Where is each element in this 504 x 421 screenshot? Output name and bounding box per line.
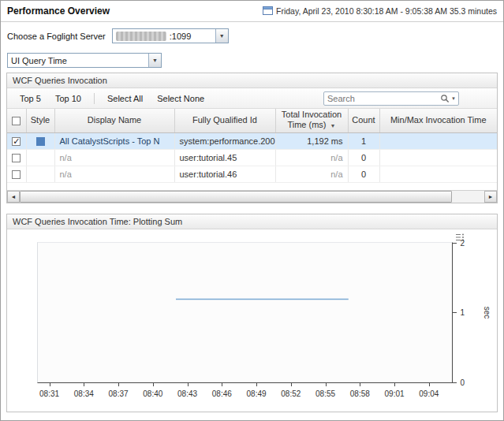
- count-cell: 1: [348, 132, 379, 149]
- time-range-selector[interactable]: Friday, April 23, 2010 8:30:18 AM - 9:05…: [263, 6, 497, 17]
- x-axis-tick: [84, 383, 84, 386]
- wcf-queries-invocation-panel: WCF Queries Invocation Top 5 Top 10 Sele…: [6, 73, 498, 203]
- style-cell: [26, 166, 54, 182]
- column-header-minmax[interactable]: Min/Max Invocation Time: [379, 109, 497, 132]
- x-axis-tick: [153, 383, 154, 386]
- scrollbar-track[interactable]: [20, 191, 484, 203]
- top10-button[interactable]: Top 10: [49, 91, 88, 106]
- x-axis-tick-label: 09:01: [385, 389, 405, 398]
- x-axis-tick-label: 08:37: [109, 389, 129, 398]
- panel-title: WCF Queries Invocation: [7, 73, 497, 88]
- x-axis-tick-label: 08:49: [247, 389, 267, 398]
- column-header-display-name[interactable]: Display Name: [54, 109, 174, 132]
- display-name-cell: n/a: [54, 166, 174, 182]
- y-axis-tick: [453, 243, 457, 244]
- server-select[interactable]: :1099 ▼: [112, 28, 229, 43]
- y-axis-unit-label: sec: [483, 306, 492, 319]
- fqid-cell: user:tutorial.46: [174, 166, 275, 182]
- minmax-cell: [379, 132, 497, 149]
- count-cell: 0: [348, 149, 379, 166]
- x-axis-tick-label: 08:52: [281, 389, 301, 398]
- display-name-cell: All CatalystScripts - Top N: [54, 132, 174, 149]
- x-axis-tick: [326, 383, 327, 386]
- total-invocation-cell: n/a: [275, 166, 348, 182]
- search-icon[interactable]: [440, 94, 450, 103]
- series-plot: [38, 243, 452, 382]
- fqid-cell: system:performance.200: [174, 132, 275, 149]
- column-header-count[interactable]: Count: [348, 109, 379, 132]
- dropdown-arrow-icon[interactable]: ▼: [215, 29, 228, 43]
- minmax-cell: [379, 149, 497, 166]
- server-select-value: :1099: [166, 32, 215, 41]
- x-axis-tick-label: 08:46: [212, 389, 232, 398]
- table-toolbar: Top 5 Top 10 Select All Select None ▼: [7, 88, 497, 109]
- search-input[interactable]: [324, 92, 440, 105]
- checkbox-cell: [7, 166, 26, 182]
- checkbox-cell: [7, 149, 26, 166]
- toolbar-separator: [94, 93, 95, 104]
- x-axis-tick: [429, 383, 430, 386]
- checkbox-cell: [7, 132, 26, 149]
- x-axis-tick-label: 09:04: [419, 389, 439, 398]
- table-row[interactable]: All CatalystScripts - Top N system:perfo…: [7, 132, 497, 149]
- scroll-right-button[interactable]: ►: [484, 191, 497, 203]
- row-checkbox[interactable]: [12, 170, 21, 179]
- x-axis-tick: [394, 383, 395, 386]
- total-invocation-cell: 1,192 ms: [275, 132, 348, 149]
- timerange-icon: [263, 6, 273, 17]
- style-cell: [26, 132, 54, 149]
- plotting-sum-panel: WCF Queries Invocation Time: Plotting Su…: [6, 214, 498, 412]
- display-name-cell: n/a: [54, 149, 174, 166]
- metric-select[interactable]: UI Query Time ▼: [7, 53, 162, 68]
- fqid-cell: user:tutorial.45: [174, 149, 275, 166]
- server-chooser-label: Choose a Foglight Server: [7, 32, 106, 41]
- table-empty-space: [7, 183, 497, 190]
- table-row[interactable]: n/a user:tutorial.46 n/a 0: [7, 166, 497, 182]
- metric-select-value: UI Query Time: [8, 56, 148, 65]
- row-checkbox[interactable]: [12, 137, 21, 146]
- scroll-left-button[interactable]: ◄: [7, 191, 20, 203]
- chart-panel-title: WCF Queries Invocation Time: Plotting Su…: [7, 214, 497, 229]
- scrollbar-thumb[interactable]: [20, 191, 452, 203]
- row-checkbox[interactable]: [12, 154, 21, 162]
- select-all-checkbox[interactable]: [12, 117, 21, 125]
- column-header-style[interactable]: Style: [26, 109, 54, 132]
- server-chooser-row: Choose a Foglight Server :1099 ▼: [7, 28, 497, 43]
- queries-table: Style Display Name Fully Qualified Id To…: [7, 109, 497, 183]
- x-axis-tick: [50, 383, 50, 386]
- time-range-label: Friday, April 23, 2010 8:30:18 AM - 9:05…: [276, 6, 497, 16]
- horizontal-scrollbar[interactable]: ◄ ►: [7, 190, 497, 203]
- redacted-server-name: [116, 32, 166, 41]
- series-color-swatch: [36, 170, 45, 179]
- column-header-fqid[interactable]: Fully Qualified Id: [174, 109, 275, 132]
- x-axis-tick-label: 08:43: [177, 389, 197, 398]
- performance-overview-page: Performance Overview Friday, April 23, 2…: [0, 0, 504, 421]
- x-axis-tick: [118, 383, 119, 386]
- metric-row: UI Query Time ▼: [7, 53, 497, 68]
- select-all-header-cell: [7, 109, 26, 132]
- x-axis-tick: [188, 383, 189, 386]
- column-header-total-invocation-time[interactable]: Total Invocation Time (ms) ▼: [275, 109, 348, 132]
- search-options-arrow-icon[interactable]: ▼: [451, 96, 456, 101]
- style-cell: [26, 149, 54, 166]
- select-none-button[interactable]: Select None: [151, 91, 211, 106]
- y-axis-tick: [453, 382, 457, 383]
- select-all-button[interactable]: Select All: [101, 91, 149, 106]
- x-axis-tick-label: 08:55: [315, 389, 335, 398]
- search-box[interactable]: ▼: [323, 91, 459, 106]
- y-axis-tick: [453, 312, 457, 313]
- x-axis-tick: [256, 383, 257, 386]
- table-row[interactable]: n/a user:tutorial.45 n/a 0: [7, 149, 497, 166]
- page-title: Performance Overview: [7, 6, 110, 17]
- x-axis-tick-label: 08:40: [143, 389, 162, 398]
- x-axis-tick: [222, 383, 222, 386]
- y-axis-tick-label: 0: [460, 378, 465, 386]
- y-axis-tick-label: 2: [460, 238, 465, 247]
- top5-button[interactable]: Top 5: [13, 91, 47, 106]
- total-invocation-cell: n/a: [275, 149, 348, 166]
- y-axis-tick-label: 1: [460, 308, 465, 317]
- dropdown-arrow-icon[interactable]: ▼: [148, 54, 161, 67]
- x-axis-tick-label: 08:34: [74, 389, 94, 398]
- x-axis-tick: [360, 383, 360, 386]
- sort-descending-icon: ▼: [330, 123, 336, 129]
